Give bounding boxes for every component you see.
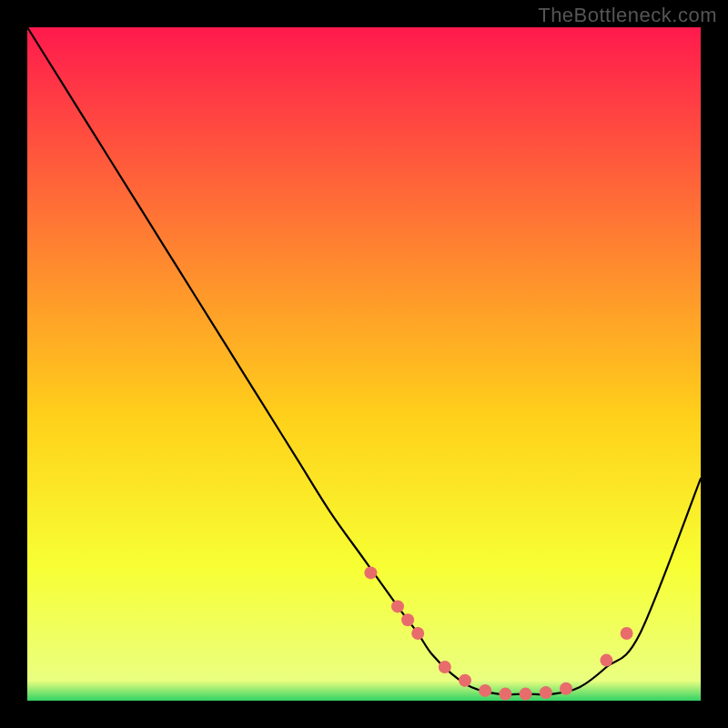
chart-frame: TheBottleneck.com [0, 0, 728, 728]
data-marker [479, 684, 491, 697]
data-marker [411, 627, 424, 640]
data-marker [401, 613, 414, 626]
data-marker [499, 688, 511, 701]
data-marker [439, 661, 451, 673]
plot-background [27, 27, 701, 701]
data-marker [540, 686, 552, 699]
data-marker [621, 627, 633, 640]
data-marker [391, 600, 404, 612]
watermark-label: TheBottleneck.com [538, 4, 717, 27]
data-marker [520, 688, 532, 701]
data-marker [600, 654, 612, 667]
data-marker [459, 674, 471, 687]
bottleneck-plot [27, 27, 701, 701]
data-marker [560, 682, 572, 695]
data-marker [364, 566, 377, 579]
